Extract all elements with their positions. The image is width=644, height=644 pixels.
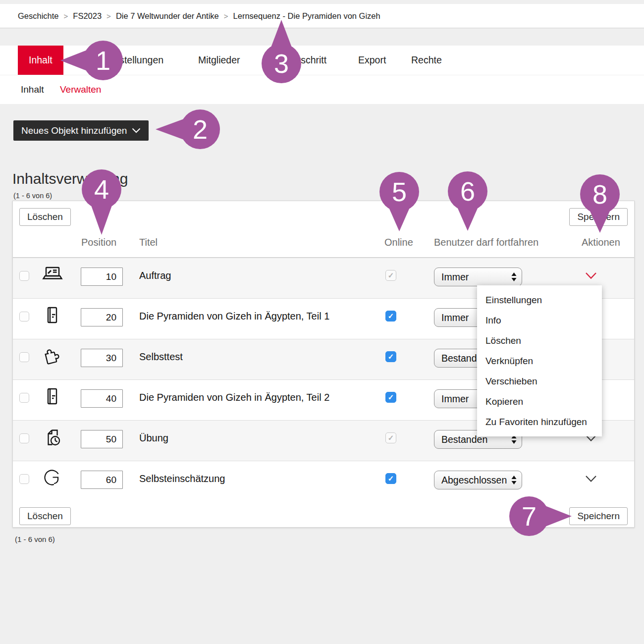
item-title[interactable]: Die Pyramiden von Gizeh in Ägypten, Teil… (139, 311, 329, 322)
svg-text:2: 2 (193, 114, 208, 144)
item-title[interactable]: Selbsteinschätzung (139, 473, 225, 484)
online-checkbox[interactable]: ✓ (385, 311, 396, 322)
tab-inhalt[interactable]: Inhalt (18, 46, 63, 75)
breadcrumb: Geschichte>FS2023>Die 7 Weltwunder der A… (0, 4, 644, 28)
column-header-aktionen: Aktionen (582, 237, 620, 248)
breadcrumb-item[interactable]: FS2023 (73, 11, 102, 20)
online-checkbox[interactable]: ✓ (385, 473, 396, 484)
delete-button-bottom[interactable]: Löschen (19, 507, 71, 525)
tab-rechte[interactable]: Rechte (411, 46, 442, 75)
page-title: Inhaltsverwaltung (12, 170, 128, 187)
row-select-checkbox[interactable] (19, 312, 29, 322)
column-header-position: Position (81, 237, 116, 248)
tab-einstellungen[interactable]: Einstellungen (106, 46, 163, 75)
column-header-benutzer-darf-fortfahren: Benutzer darf fortfahren (434, 237, 538, 248)
position-input[interactable] (81, 268, 123, 286)
assignment-laptop-icon (41, 264, 64, 286)
result-range-top: (1 - 6 von 6) (13, 192, 52, 200)
chevron-down-icon (132, 128, 141, 133)
breadcrumb-item[interactable]: Die 7 Weltwunder der Antike (116, 11, 219, 20)
menu-item-zu-favoriten[interactable]: Zu Favoriten hinzufügen (477, 412, 602, 432)
select-arrows-icon (511, 272, 517, 281)
menu-item-verknuepfen[interactable]: Verknüpfen (477, 351, 602, 371)
column-header-titel: Titel (139, 237, 158, 248)
row-select-checkbox[interactable] (19, 433, 29, 443)
tab-mitglieder[interactable]: Mitglieder (198, 46, 240, 75)
breadcrumb-separator: > (107, 12, 111, 20)
check-icon: ✓ (388, 433, 394, 442)
menu-item-loeschen[interactable]: Löschen (477, 330, 602, 351)
continue-select-value: Immer (434, 271, 511, 283)
row-select-checkbox[interactable] (19, 271, 29, 281)
column-header-online: Online (384, 237, 413, 248)
continue-select-value: Abgeschlossen (434, 475, 511, 486)
check-icon: ✓ (388, 393, 394, 402)
tab-bar: Inhalt Einstellungen Mitglieder Lernfort… (0, 46, 644, 75)
table-row: Selbsteinschätzung ✓ Abgeschlossen (13, 461, 634, 501)
actions-chevron-icon[interactable] (585, 475, 597, 483)
learning-module-icon (41, 304, 64, 327)
check-icon: ✓ (388, 312, 394, 321)
item-title[interactable]: Auftrag (139, 270, 171, 281)
breadcrumb-separator: > (64, 12, 68, 20)
continue-select[interactable]: Abgeschlossen (434, 471, 522, 489)
online-checkbox: ✓ (385, 270, 396, 281)
puzzle-icon (41, 345, 64, 368)
actions-chevron-open-icon[interactable] (585, 272, 597, 280)
survey-pie-icon (41, 467, 64, 489)
menu-item-info[interactable]: Info (477, 310, 602, 330)
item-title[interactable]: Übung (139, 432, 168, 444)
row-select-checkbox[interactable] (19, 352, 29, 362)
exercise-page-clock-icon (41, 426, 64, 449)
subtab-verwalten[interactable]: Verwalten (60, 75, 101, 104)
actions-dropdown-menu: Einstellungen Info Löschen Verknüpfen Ve… (477, 285, 602, 436)
tab-export[interactable]: Export (358, 46, 386, 75)
online-checkbox[interactable]: ✓ (385, 351, 396, 362)
result-range-bottom: (1 - 6 von 6) (15, 535, 55, 543)
tab-lernfortschritt[interactable]: Lernfortschritt (268, 46, 326, 75)
menu-item-einstellungen[interactable]: Einstellungen (477, 290, 602, 310)
subtab-inhalt[interactable]: Inhalt (21, 75, 44, 104)
breadcrumb-item[interactable]: Geschichte (18, 11, 59, 20)
item-title[interactable]: Selbsttest (139, 351, 183, 363)
add-object-label: Neues Objekt hinzufügen (21, 121, 127, 140)
continue-select[interactable]: Immer (434, 268, 522, 286)
check-icon: ✓ (388, 271, 394, 280)
learning-module-icon (41, 385, 64, 408)
subtab-bar: Inhalt Verwalten (0, 75, 644, 104)
page: Geschichte>FS2023>Die 7 Weltwunder der A… (0, 0, 644, 644)
breadcrumb-separator: > (224, 12, 228, 20)
select-arrows-icon (511, 476, 517, 484)
breadcrumb-item[interactable]: Lernsequenz - Die Pyramiden von Gizeh (233, 11, 380, 20)
position-input[interactable] (81, 308, 123, 326)
position-input[interactable] (81, 471, 123, 489)
position-input[interactable] (81, 389, 123, 408)
row-select-checkbox[interactable] (19, 474, 29, 484)
save-button-bottom[interactable]: Speichern (569, 507, 628, 525)
check-icon: ✓ (388, 474, 394, 483)
add-object-button[interactable]: Neues Objekt hinzufügen (13, 120, 149, 141)
item-title[interactable]: Die Pyramiden von Gizeh in Ägypten, Teil… (139, 392, 329, 403)
online-checkbox[interactable]: ✓ (385, 392, 396, 403)
menu-item-kopieren[interactable]: Kopieren (477, 391, 602, 412)
position-input[interactable] (81, 349, 123, 367)
menu-item-verschieben[interactable]: Verschieben (477, 371, 602, 391)
online-checkbox: ✓ (385, 432, 396, 443)
row-select-checkbox[interactable] (19, 393, 29, 403)
check-icon: ✓ (388, 352, 394, 361)
position-input[interactable] (81, 430, 123, 448)
delete-button-top[interactable]: Löschen (19, 208, 71, 226)
save-button-top[interactable]: Speichern (569, 208, 628, 226)
